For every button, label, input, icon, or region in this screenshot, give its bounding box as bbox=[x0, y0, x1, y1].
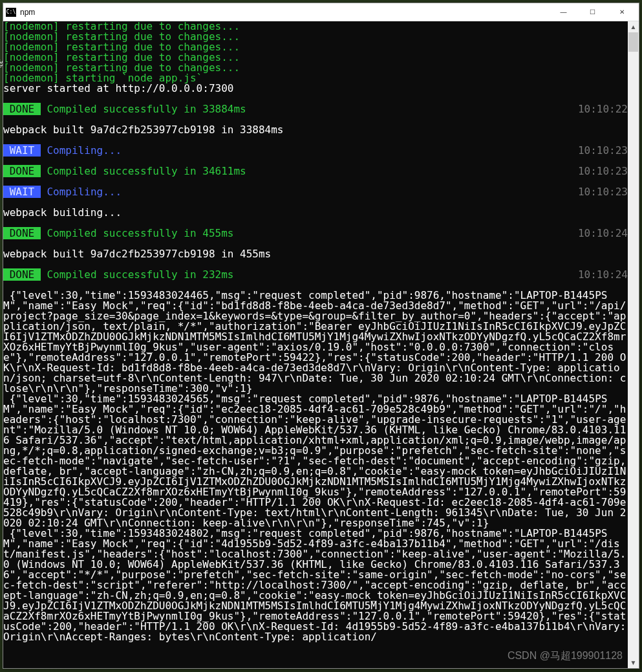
cmd-icon: C:\ bbox=[6, 8, 16, 17]
close-button[interactable]: ✕ bbox=[607, 3, 636, 21]
window-controls: — ☐ ✕ bbox=[549, 3, 636, 21]
titlebar[interactable]: C:\ npm — ☐ ✕ bbox=[3, 3, 639, 21]
window-title: npm bbox=[20, 8, 549, 17]
terminal-window: C:\ npm — ☐ ✕ [nodemon] restarting due t… bbox=[3, 3, 639, 669]
scroll-down-arrow[interactable]: ▼ bbox=[628, 657, 639, 668]
scrollbar-track[interactable] bbox=[628, 32, 639, 657]
scrollbar-thumb[interactable] bbox=[628, 32, 638, 52]
vertical-scrollbar[interactable]: ▲ ▼ bbox=[628, 21, 639, 668]
console-area: [nodemon] restarting due to changes...[n… bbox=[3, 21, 639, 668]
maximize-button[interactable]: ☐ bbox=[578, 3, 607, 21]
console-output[interactable]: [nodemon] restarting due to changes...[n… bbox=[3, 21, 628, 668]
scroll-up-arrow[interactable]: ▲ bbox=[628, 21, 639, 32]
minimize-button[interactable]: — bbox=[549, 3, 578, 21]
